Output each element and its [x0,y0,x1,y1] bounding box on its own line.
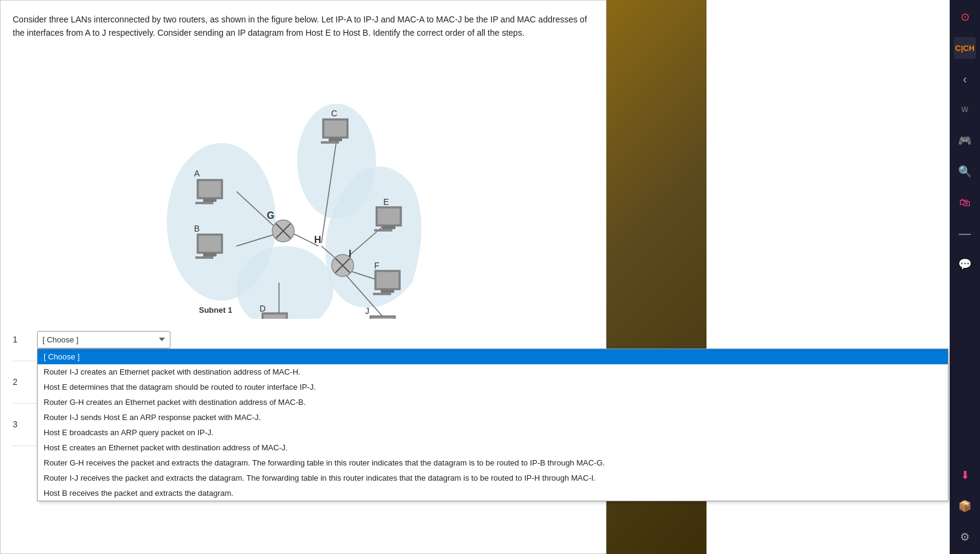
messenger-icon[interactable]: 💬 [954,253,976,275]
svg-text:Subnet 1: Subnet 1 [199,305,232,315]
svg-text:C: C [331,108,337,118]
step-number-1: 1 [13,335,37,344]
svg-rect-28 [203,253,216,256]
svg-text:A: A [194,169,200,178]
svg-rect-49 [373,293,391,295]
svg-text:G: G [267,210,274,221]
svg-text:E: E [383,197,389,207]
svg-rect-52 [372,318,394,319]
svg-rect-23 [203,199,216,202]
search-icon[interactable]: 🔍 [954,161,976,182]
c-icon[interactable]: C|CH [954,37,976,59]
svg-text:I: I [349,249,351,259]
svg-rect-32 [324,121,346,136]
dropdown-item-3[interactable]: Router G-H creates an Ethernet packet wi… [38,395,606,410]
svg-rect-48 [381,290,394,293]
circle-icon[interactable]: ⊙ [954,6,976,28]
svg-rect-24 [195,202,213,204]
svg-rect-22 [199,181,221,197]
svg-text:H: H [314,235,321,245]
back-icon[interactable]: ‹ [954,68,976,90]
dropdown-item-2[interactable]: Host E determines that the datagram shou… [38,379,606,395]
step-number-3: 3 [13,419,37,429]
dropdown-item-choose[interactable]: [ Choose ] [38,349,606,364]
dropdown-item-8[interactable]: Router I-J receives the packet and extra… [38,470,606,486]
dropdown-item-1[interactable]: Router I-J creates an Ethernet packet wi… [38,364,606,379]
download-icon[interactable]: ⬇ [954,464,976,486]
gaming-icon[interactable]: 🎮 [954,130,976,152]
dropdown-overlay: [ Choose ] Router I-J creates an Etherne… [37,349,606,501]
svg-rect-42 [378,209,400,224]
dash-icon[interactable]: — [954,222,976,244]
svg-text:F: F [374,261,380,270]
dropdown-item-6[interactable]: Host E creates an Ethernet packet with d… [38,440,606,455]
svg-rect-33 [329,138,342,141]
content-area: Consider three LANs interconnected by tw… [0,0,606,554]
right-sidebar: ⊙ C|CH ‹ W 🎮 🔍 🛍 — 💬 ⬇ 📦 ⚙ [950,0,980,554]
bag-icon[interactable]: 🛍 [954,192,976,213]
step-select-1[interactable]: [ Choose ] Router I-J creates an Etherne… [37,331,170,349]
box-icon[interactable]: 📦 [954,495,976,517]
w-icon[interactable]: W [954,99,976,121]
svg-rect-43 [382,226,395,229]
svg-text:B: B [194,224,200,233]
settings-icon[interactable]: ⚙ [954,526,976,548]
step-number-2: 2 [13,377,37,387]
dropdown-item-9[interactable]: Host B receives the packet and extracts … [38,486,606,501]
dropdown-item-5[interactable]: Host E broadcasts an ARP query packet on… [38,425,606,440]
svg-rect-34 [321,141,339,144]
svg-text:J: J [365,306,369,316]
svg-text:D: D [260,304,266,313]
dropdown-item-4[interactable]: Router I-J sends Host E an ARP response … [38,410,606,425]
svg-rect-27 [199,236,221,252]
svg-rect-47 [377,272,398,288]
question-text: Consider three LANs interconnected by tw… [13,13,594,40]
svg-rect-29 [195,256,213,259]
network-diagram: G H I A B [13,52,594,319]
svg-rect-44 [374,229,392,232]
dropdown-item-7[interactable]: Router G-H receives the packet and extra… [38,455,606,470]
svg-rect-37 [264,315,286,319]
